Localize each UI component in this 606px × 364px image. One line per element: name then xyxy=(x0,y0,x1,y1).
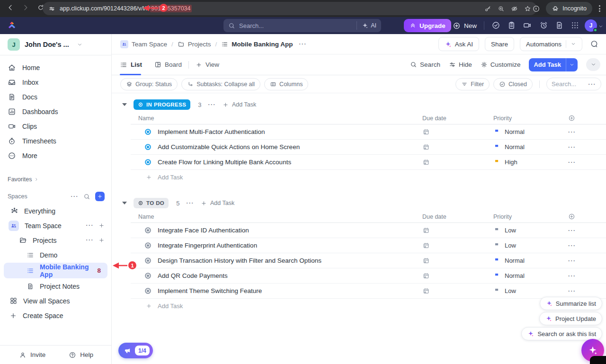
set-due-date-button[interactable] xyxy=(422,159,493,166)
apps-grid-icon[interactable] xyxy=(570,21,579,30)
zoom-page-icon[interactable] xyxy=(498,5,505,12)
address-bar[interactable]: app.clickup.com/9012443286/v/l/li/901205… xyxy=(43,2,537,15)
workspace-switcher[interactable]: J John Doe's ... xyxy=(0,34,111,55)
sidebar-item-view-all-spaces[interactable]: View all Spaces xyxy=(0,293,111,308)
task-priority[interactable]: Low xyxy=(493,287,568,294)
column-name[interactable]: Name xyxy=(131,213,422,220)
global-search-input[interactable]: Search... AI xyxy=(223,19,381,32)
task-name[interactable]: Integrate Face ID Authentication xyxy=(158,227,249,234)
sidebar-item-home[interactable]: Home xyxy=(0,60,111,75)
task-menu-icon[interactable]: ··· xyxy=(568,288,576,294)
task-row[interactable]: Integrate Fingerprint Authentication Low… xyxy=(131,238,606,253)
add-task-row[interactable]: Add Task xyxy=(131,170,606,184)
tab-board[interactable]: Board xyxy=(154,61,182,68)
sidebar-item-clips[interactable]: Clips xyxy=(0,119,111,133)
column-name[interactable]: Name xyxy=(131,115,422,122)
task-status-icon[interactable] xyxy=(144,128,152,136)
task-status-icon[interactable] xyxy=(144,257,152,265)
list-options-icon[interactable]: ··· xyxy=(299,41,307,47)
hide-button[interactable]: Hide xyxy=(449,61,472,68)
task-name[interactable]: Add QR Code Payments xyxy=(158,272,228,279)
sidebar-item-mobile-banking-app[interactable]: Mobile Banking App 8 xyxy=(4,263,107,278)
add-space-button[interactable] xyxy=(95,192,105,201)
user-avatar[interactable]: J xyxy=(585,19,597,32)
collapse-group-icon[interactable] xyxy=(122,202,127,204)
task-name[interactable]: Add Customizable Quick Actions on Home S… xyxy=(158,143,300,151)
task-status-icon[interactable] xyxy=(144,272,152,280)
collapse-group-icon[interactable] xyxy=(122,103,127,106)
automations-button[interactable]: Automations xyxy=(520,37,582,51)
add-column-icon[interactable] xyxy=(568,213,606,220)
task-name[interactable]: Implement Theme Switching Feature xyxy=(158,287,262,294)
column-priority[interactable]: Priority xyxy=(493,213,568,220)
reminder-icon[interactable] xyxy=(539,21,548,30)
list-search-input[interactable]: Search...··· xyxy=(546,78,601,90)
status-badge-to-do[interactable]: TO DO xyxy=(134,198,169,208)
browser-forward-icon[interactable] xyxy=(22,4,29,11)
set-due-date-button[interactable] xyxy=(422,272,493,280)
task-row[interactable]: Implement Theme Switching Feature Low ··… xyxy=(131,284,606,299)
task-row[interactable]: Implement Multi-Factor Authentication No… xyxy=(131,124,606,140)
browser-back-icon[interactable] xyxy=(7,4,14,11)
status-badge-in-progress[interactable]: IN PROGRESS xyxy=(134,99,190,110)
add-task-row[interactable]: Add Task xyxy=(131,299,606,313)
task-priority[interactable]: Low xyxy=(493,242,568,249)
spaces-menu-icon[interactable]: ··· xyxy=(71,194,79,199)
sidebar-item-timesheets[interactable]: Timesheets xyxy=(0,133,111,148)
search-tasks-button[interactable]: Search xyxy=(410,61,440,68)
task-status-icon[interactable] xyxy=(144,143,152,151)
summarize-list-button[interactable]: Summarize list xyxy=(540,297,602,310)
task-status-icon[interactable] xyxy=(144,158,152,166)
set-due-date-button[interactable] xyxy=(422,227,493,234)
password-key-icon[interactable] xyxy=(484,5,491,12)
closed-pill[interactable]: Closed xyxy=(493,78,533,90)
add-to-space-icon[interactable] xyxy=(98,222,105,229)
task-menu-icon[interactable]: ··· xyxy=(568,258,576,264)
upgrade-button[interactable]: Upgrade xyxy=(404,19,451,32)
task-menu-icon[interactable]: ··· xyxy=(568,273,576,279)
sidebar-item-inbox[interactable]: Inbox xyxy=(0,75,111,89)
breadcrumb-current-list[interactable]: Mobile Banking App xyxy=(232,41,293,48)
doc-icon[interactable] xyxy=(555,21,564,30)
ask-ai-button[interactable]: Ask AI xyxy=(438,37,479,51)
task-priority[interactable]: High xyxy=(493,159,568,166)
task-name[interactable]: Implement Multi-Factor Authentication xyxy=(158,128,265,135)
task-menu-icon[interactable]: ··· xyxy=(568,144,576,150)
folder-menu-icon[interactable]: ··· xyxy=(86,237,94,243)
task-priority[interactable]: Normal xyxy=(493,272,568,279)
group-add-task-button[interactable]: Add Task xyxy=(223,101,256,108)
add-to-folder-icon[interactable] xyxy=(98,237,105,243)
add-task-button[interactable]: Add Task xyxy=(529,58,578,71)
task-priority[interactable]: Low xyxy=(493,227,568,234)
project-update-button[interactable]: Project Update xyxy=(539,312,602,325)
set-due-date-button[interactable] xyxy=(422,257,493,265)
group-add-task-button[interactable]: Add Task xyxy=(201,200,234,206)
task-status-icon[interactable] xyxy=(144,287,152,295)
group-menu-icon[interactable]: ··· xyxy=(208,102,216,107)
task-row[interactable]: Add Customizable Quick Actions on Home S… xyxy=(131,140,606,155)
help-button[interactable]: Help xyxy=(69,351,93,359)
avatar-chevron-icon[interactable] xyxy=(598,24,604,29)
hide-eye-icon[interactable] xyxy=(511,5,518,12)
set-due-date-button[interactable] xyxy=(422,242,493,249)
task-priority[interactable]: Normal xyxy=(493,257,568,264)
task-menu-icon[interactable]: ··· xyxy=(568,160,576,165)
space-menu-icon[interactable]: ··· xyxy=(86,222,94,229)
column-due-date[interactable]: Due date xyxy=(422,115,493,122)
ai-search-button[interactable]: AI xyxy=(356,21,376,30)
breadcrumb-projects[interactable]: Projects xyxy=(188,41,211,48)
set-due-date-button[interactable] xyxy=(422,143,493,151)
task-row[interactable]: Integrate Face ID Authentication Low ··· xyxy=(131,223,606,238)
spaces-search-icon[interactable] xyxy=(83,193,90,200)
site-settings-icon[interactable] xyxy=(48,5,55,12)
clip-record-icon[interactable] xyxy=(523,21,532,30)
sidebar-item-create-space[interactable]: Create Space xyxy=(0,308,111,323)
group-by-pill[interactable]: Group: Status xyxy=(120,78,178,90)
bookmark-star-icon[interactable] xyxy=(524,5,531,12)
sidebar-item-docs[interactable]: Docs xyxy=(0,89,111,104)
sidebar-item-team-space[interactable]: Team Space ··· xyxy=(0,218,111,233)
customize-button[interactable]: Customize xyxy=(481,61,521,68)
todo-check-icon[interactable] xyxy=(491,21,500,30)
sidebar-item-projects-folder[interactable]: Projects ··· xyxy=(0,233,111,248)
set-due-date-button[interactable] xyxy=(422,287,493,295)
